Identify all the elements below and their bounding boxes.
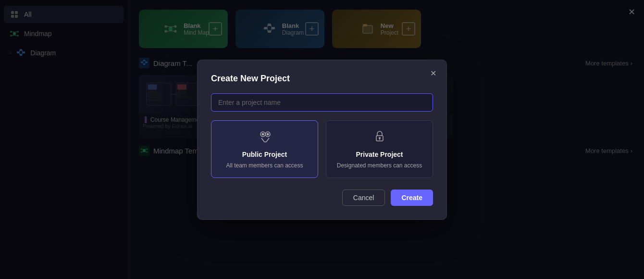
window-close-button[interactable]: ✕: [628, 7, 635, 17]
project-type-row: Public Project All team members can acce…: [211, 120, 433, 178]
create-button[interactable]: Create: [391, 190, 433, 206]
public-project-icon: [258, 129, 272, 146]
public-project-card[interactable]: Public Project All team members can acce…: [211, 120, 318, 178]
private-project-desc: Designated members can access: [337, 162, 422, 169]
create-project-modal: ✕ Create New Project: [197, 60, 447, 220]
svg-point-97: [266, 133, 269, 135]
modal-overlay: ✕ Create New Project: [0, 0, 644, 279]
svg-point-102: [379, 137, 381, 139]
svg-line-99: [266, 138, 269, 142]
private-project-title: Private Project: [356, 151, 403, 158]
svg-line-98: [261, 138, 264, 142]
modal-footer: Cancel Create: [211, 190, 433, 206]
public-project-desc: All team members can access: [226, 162, 303, 169]
svg-point-95: [261, 133, 264, 135]
public-project-title: Public Project: [242, 151, 287, 158]
cancel-button[interactable]: Cancel: [342, 190, 385, 206]
private-project-icon: [373, 129, 386, 146]
modal-close-button[interactable]: ✕: [427, 68, 439, 79]
modal-title: Create New Project: [211, 74, 433, 84]
project-name-input[interactable]: [211, 93, 433, 112]
private-project-card[interactable]: Private Project Designated members can a…: [326, 120, 433, 178]
